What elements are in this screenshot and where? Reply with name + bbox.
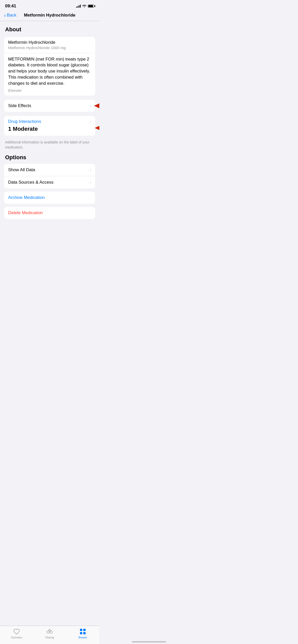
svg-marker-1 xyxy=(95,122,99,134)
delete-card[interactable]: Delete Medication xyxy=(4,207,95,219)
description-row: METFORMIN (met FOR min) treats type 2 di… xyxy=(4,53,95,96)
medication-name-row: Metformin Hydrochloride Metformin Hydroc… xyxy=(4,37,95,53)
data-sources-row[interactable]: Data Sources & Access › xyxy=(4,176,95,188)
drug-interactions-value: 1 Moderate xyxy=(4,126,95,136)
tab-spacer xyxy=(4,223,95,246)
nav-bar: ‹ Back Metformin Hydrochloride xyxy=(0,11,99,21)
status-time: 09:41 xyxy=(5,4,16,9)
back-chevron-icon: ‹ xyxy=(4,13,6,18)
about-section-header: About xyxy=(4,26,95,33)
drug-interactions-arrow-icon xyxy=(95,121,99,135)
about-card: Metformin Hydrochloride Metformin Hydroc… xyxy=(4,37,95,96)
back-button[interactable]: ‹ Back xyxy=(4,13,16,18)
status-icons xyxy=(76,4,94,8)
main-content: About Metformin Hydrochloride Metformin … xyxy=(0,21,99,251)
battery-icon xyxy=(88,5,94,8)
back-label: Back xyxy=(7,13,17,18)
drug-interactions-card[interactable]: Drug Interactions › 1 Moderate xyxy=(4,116,95,136)
medication-description: METFORMIN (met FOR min) treats type 2 di… xyxy=(8,56,91,86)
options-card: Show All Data › Data Sources & Access › xyxy=(4,164,95,188)
medication-source: Elsevier xyxy=(8,88,91,93)
additional-info: Additional information is available on t… xyxy=(4,140,95,150)
drug-interactions-wrapper: Drug Interactions › 1 Moderate xyxy=(4,116,95,136)
options-section: Options Show All Data › Data Sources & A… xyxy=(4,154,95,219)
data-sources-label: Data Sources & Access xyxy=(8,180,53,185)
signal-icon xyxy=(76,5,81,8)
archive-medication-label: Archive Medication xyxy=(4,192,95,204)
delete-medication-label: Delete Medication xyxy=(4,207,95,219)
archive-card[interactable]: Archive Medication xyxy=(4,192,95,204)
show-all-data-row[interactable]: Show All Data › xyxy=(4,164,95,176)
show-all-data-chevron-icon: › xyxy=(90,167,91,172)
status-bar: 09:41 xyxy=(0,0,99,11)
medication-name: Metformin Hydrochloride xyxy=(8,40,91,45)
side-effects-chevron-icon: › xyxy=(90,103,91,108)
data-sources-chevron-icon: › xyxy=(90,180,91,185)
options-section-header: Options xyxy=(4,154,95,161)
side-effects-card[interactable]: Side Effects › xyxy=(4,100,95,112)
side-effects-row[interactable]: Side Effects › xyxy=(4,100,95,112)
page-title: Metformin Hydrochloride xyxy=(24,13,75,18)
drug-interactions-top: Drug Interactions › xyxy=(4,116,95,126)
drug-interactions-chevron-icon: › xyxy=(90,119,91,124)
medication-subtitle: Metformin Hydrochloride 1000 mg xyxy=(8,46,91,50)
side-effects-label: Side Effects xyxy=(8,103,31,108)
drug-interactions-label: Drug Interactions xyxy=(8,119,41,124)
side-effects-wrapper: Side Effects › xyxy=(4,100,95,112)
wifi-icon xyxy=(82,4,86,8)
show-all-data-label: Show All Data xyxy=(8,167,35,172)
